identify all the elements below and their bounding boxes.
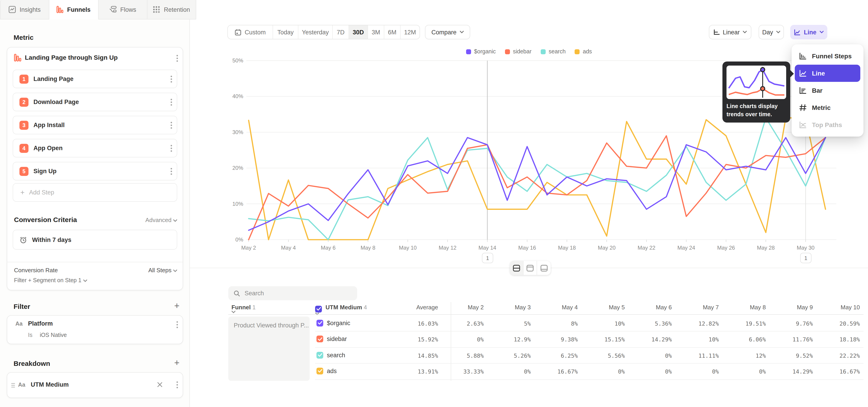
add-filter-button[interactable]: +: [174, 301, 180, 311]
search-placeholder: Search: [245, 290, 264, 296]
conversion-rate-value: All Steps: [148, 267, 172, 274]
tab-flows[interactable]: Flows: [98, 0, 147, 19]
menu-item-label: Metric: [812, 104, 831, 111]
date-column-header[interactable]: May 3: [490, 304, 531, 311]
kebab-icon[interactable]: [170, 75, 172, 83]
date-range-12m[interactable]: 12M: [401, 25, 420, 39]
row-checkbox-search[interactable]: [316, 352, 323, 358]
row-checkbox-organic[interactable]: [316, 319, 323, 326]
date-column-header[interactable]: May 4: [537, 304, 578, 311]
scale-dropdown[interactable]: Linear: [709, 25, 751, 39]
advanced-dropdown[interactable]: Advanced: [145, 217, 177, 223]
kebab-icon[interactable]: [176, 381, 178, 388]
series-line-search[interactable]: [249, 118, 826, 240]
conversion-window-row[interactable]: Within 7 days: [13, 230, 177, 250]
funnel-cell[interactable]: Product Viewed through P...: [228, 317, 310, 381]
add-step-label: Add Step: [29, 189, 54, 196]
kebab-icon[interactable]: [170, 145, 172, 152]
chart-type-dropdown[interactable]: Line: [790, 25, 827, 39]
drag-handle-icon[interactable]: [11, 383, 16, 388]
chart-only-view-button[interactable]: [524, 261, 537, 275]
filter-segment-dropdown[interactable]: Filter + Segment on Step 1: [14, 277, 87, 284]
annotation-badge-may-30[interactable]: 1: [800, 253, 811, 263]
svg-text:May 6: May 6: [321, 245, 336, 251]
date-column-header[interactable]: May 5: [584, 304, 625, 311]
legend-swatch: [466, 49, 471, 54]
menu-item-bar[interactable]: Bar: [795, 82, 860, 99]
filter-operator[interactable]: Is: [28, 332, 32, 338]
add-breakdown-button[interactable]: +: [174, 358, 180, 368]
funnel-step-sign-up[interactable]: 5Sign Up: [13, 162, 177, 181]
range-label: 3M: [372, 29, 380, 35]
table-only-view-button[interactable]: [537, 261, 551, 275]
tab-funnels[interactable]: Funnels: [50, 0, 98, 20]
tab-retention[interactable]: Retention: [147, 0, 196, 19]
date-range-custom[interactable]: Custom: [228, 25, 273, 39]
date-column-header[interactable]: May 9: [772, 304, 813, 311]
date-range-today[interactable]: Today: [273, 25, 298, 39]
annotation-badge-may-14[interactable]: 1: [482, 253, 493, 263]
series-line-sidebar[interactable]: [249, 136, 826, 240]
average-column-header[interactable]: Average: [393, 304, 438, 311]
compare-button[interactable]: Compare: [425, 25, 470, 39]
menu-item-metric[interactable]: Metric: [795, 99, 860, 116]
filter-card[interactable]: Aa Platform Is iOS Native: [7, 315, 183, 344]
metric-card: Landing Page through Sign Up 1Landing Pa…: [7, 47, 183, 290]
row-value: 14.29%: [631, 336, 672, 343]
legend-item-organic[interactable]: $organic: [466, 49, 496, 55]
kebab-icon[interactable]: [176, 321, 178, 328]
conversion-rate-dropdown[interactable]: All Steps: [148, 267, 177, 274]
range-label: Today: [277, 29, 293, 35]
chevron-down-icon: [83, 279, 87, 282]
search-input[interactable]: Search: [228, 286, 357, 300]
breakdown-card[interactable]: Aa UTM Medium: [7, 372, 183, 398]
split-view-button[interactable]: [510, 261, 524, 275]
legend-item-sidebar[interactable]: sidebar: [505, 49, 531, 55]
series-line-organic[interactable]: [249, 138, 826, 230]
kebab-icon[interactable]: [170, 167, 172, 175]
funnel-step-download-page[interactable]: 2Download Page: [13, 93, 177, 111]
date-range-7d[interactable]: 7D: [333, 25, 349, 39]
date-column-header[interactable]: May 7: [678, 304, 719, 311]
kebab-icon[interactable]: [176, 55, 178, 62]
kebab-icon[interactable]: [170, 98, 172, 105]
funnels-icon: [57, 6, 64, 13]
add-step-button[interactable]: + Add Step: [13, 183, 177, 202]
menu-item-funnel-steps[interactable]: Funnel Steps: [795, 48, 860, 65]
funnel-title: Landing Page through Sign Up: [25, 54, 118, 61]
legend-item-ads[interactable]: ads: [575, 49, 592, 55]
funnel-column-header[interactable]: Funnel 1: [231, 304, 256, 313]
step-number-badge: 4: [20, 144, 29, 153]
range-label: 12M: [404, 29, 416, 35]
granularity-dropdown[interactable]: Day: [758, 25, 784, 39]
date-range-yesterday[interactable]: Yesterday: [298, 25, 333, 39]
funnel-step-app-open[interactable]: 4App Open: [13, 139, 177, 157]
date-range-3m[interactable]: 3M: [368, 25, 384, 39]
funnel-step-landing-page[interactable]: 1Landing Page: [13, 70, 177, 88]
date-column-header[interactable]: May 8: [725, 304, 766, 311]
query-builder-sidebar: Metric Landing Page through Sign Up 1Lan…: [0, 20, 190, 407]
date-range-30d[interactable]: 30D: [349, 25, 368, 39]
date-column-header[interactable]: May 6: [631, 304, 672, 311]
kebab-icon[interactable]: [170, 121, 172, 129]
date-column-header[interactable]: May 10: [819, 304, 860, 311]
select-all-checkbox[interactable]: [315, 306, 322, 312]
tab-insights[interactable]: Insights: [0, 0, 50, 19]
date-column-header[interactable]: May 2: [443, 304, 484, 311]
date-range-6m[interactable]: 6M: [384, 25, 401, 39]
legend-item-search[interactable]: search: [540, 49, 565, 55]
funnel-step-app-install[interactable]: 3App Install: [13, 116, 177, 134]
row-label: sidebar: [327, 336, 347, 342]
funnel-steps-list: 1Landing Page2Download Page3App Install4…: [7, 65, 183, 181]
row-checkbox-ads[interactable]: [316, 368, 323, 374]
breakdown-column-header[interactable]: UTM Medium 4: [315, 304, 367, 315]
row-average: 15.92%: [393, 336, 438, 343]
filter-property: Platform: [28, 320, 53, 327]
row-value: 2.63%: [443, 320, 484, 327]
close-icon[interactable]: [157, 382, 163, 387]
row-checkbox-sidebar[interactable]: [316, 336, 323, 342]
card-divider: [7, 262, 183, 262]
menu-item-line[interactable]: Line: [795, 65, 860, 82]
retention-icon: [153, 6, 160, 13]
filter-value[interactable]: iOS Native: [40, 332, 67, 338]
